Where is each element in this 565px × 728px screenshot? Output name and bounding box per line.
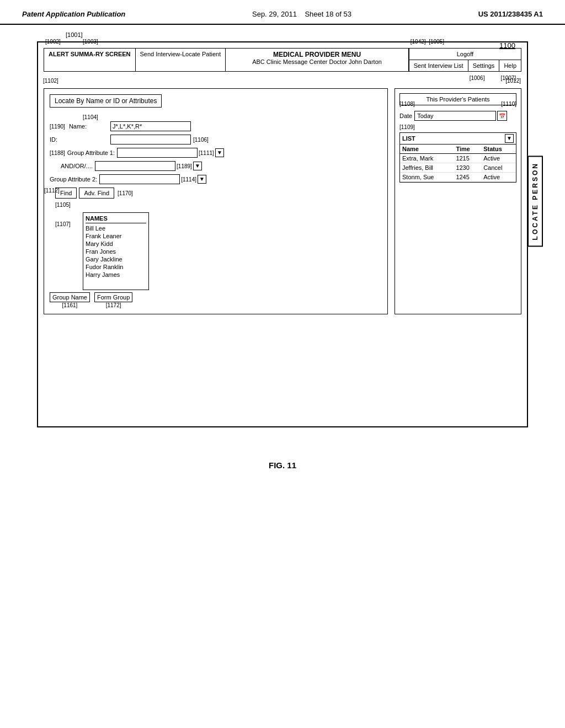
group-attr2-dropdown[interactable]: ▼ <box>198 175 206 184</box>
settings-button[interactable]: Settings [1006] <box>468 60 500 71</box>
list-header: LIST ▼ <box>400 133 516 144</box>
date-label: Date <box>399 113 412 119</box>
help-label: Help <box>504 62 516 69</box>
content-panels: [1102] Locate By Name or ID or Attribute… <box>44 88 521 314</box>
row3-status: Active <box>481 173 516 182</box>
group-name-label: Group Name <box>50 292 90 302</box>
menu-bar: [1002] [1003] ALERT SUMMA-RY SCREEN Send… <box>44 48 521 72</box>
andor-label: AND/OR/.... <box>61 163 93 169</box>
header-patent-number: US 2011/238435 A1 <box>478 10 543 18</box>
name-item-7[interactable]: Harry James <box>86 271 146 279</box>
ref-1042: [1042] [1005] <box>411 39 444 45</box>
table-row[interactable]: Stonm, Sue 1245 Active <box>400 173 516 182</box>
row3-name: Stonm, Sue <box>400 173 454 182</box>
main-content: 1100 [1001] [1002] [1003] ALERT SUMMA-RY… <box>0 25 565 497</box>
settings-label: Settings <box>473 62 495 69</box>
row2-name: Jeffries, Bill <box>400 163 454 173</box>
ref-1110: [1110] <box>501 101 516 107</box>
ref-1002: [1002] <box>45 39 61 45</box>
names-dropdown: NAMES Bill Lee Frank Leaner Mary Kidd Fr… <box>83 212 149 290</box>
name-item-4[interactable]: Fran Jones <box>86 248 146 255</box>
header-center: Sep. 29, 2011 Sheet 18 of 53 <box>252 10 351 18</box>
names-dropdown-container: [1107] NAMES Bill Lee Frank Leaner Mary … <box>83 210 149 290</box>
header-date: Sep. 29, 2011 <box>252 10 297 18</box>
ref-1188: [1188] <box>50 150 65 156</box>
name-item-1[interactable]: Bill Lee <box>86 224 146 232</box>
name-item-5[interactable]: Gary Jackline <box>86 255 146 263</box>
group-name-row: Group Name [1161] Form Group [1172] <box>50 292 382 308</box>
find-buttons-row: [1112] Find Adv. Find [1170] <box>55 188 382 199</box>
id-input[interactable] <box>110 135 191 144</box>
ref-1105: [1105] <box>55 202 382 208</box>
table-row[interactable]: Jeffries, Bill 1230 Cancel <box>400 163 516 173</box>
ref-1104: [1104] <box>83 114 382 120</box>
send-interview-button[interactable]: Send Interview-Locate Patient <box>136 49 226 71</box>
medical-provider-menu[interactable]: MEDICAL PROVIDER MENU ABC Clinic Message… <box>226 49 408 71</box>
send-label: Send Interview-Locate Patient <box>140 51 221 57</box>
id-field-label: ID: <box>50 136 110 143</box>
left-panel: [1102] Locate By Name or ID or Attribute… <box>44 88 388 314</box>
ref-1114: [1114] <box>181 176 196 183</box>
ref-1006: [1006] <box>470 75 485 81</box>
group-attr1-dropdown[interactable]: ▼ <box>215 148 224 157</box>
patient-list: LIST ▼ Name Time Status <box>399 132 516 183</box>
row1-time: 1215 <box>454 154 481 163</box>
andor-row: AND/OR/.... [1189] ▼ <box>61 161 382 171</box>
group-attr2-input[interactable] <box>99 174 180 184</box>
group-attr2-row: Group Attribute 2: [1114] ▼ <box>50 174 382 184</box>
logoff-label: Logoff <box>457 51 473 57</box>
header-sheet: Sheet 18 of 53 <box>305 10 351 18</box>
sent-interview-list-label: Sent Interview List <box>414 62 463 69</box>
ref-1109: [1109] <box>399 124 516 130</box>
alert-summary-button[interactable]: ALERT SUMMA-RY SCREEN <box>44 49 136 71</box>
id-row: ID: [1106] <box>50 135 382 144</box>
ref-1111: [1111] <box>199 150 214 156</box>
name-input[interactable] <box>110 121 191 131</box>
group-attr1-input[interactable] <box>117 148 198 158</box>
group-attr1-label: Group Attribute 1: <box>67 149 115 156</box>
diagram-box: [1001] [1002] [1003] ALERT SUMMA-RY SCRE… <box>37 41 528 427</box>
ref-1003: [1003] <box>83 39 98 45</box>
name-field-label: [1190] Name: <box>50 123 110 130</box>
locate-person-label: LOCATE PERSON <box>527 156 543 247</box>
col-time-header: Time <box>454 144 481 154</box>
group-attr2-label: Group Attribute 2: <box>50 176 97 183</box>
name-item-3[interactable]: Mary Kidd <box>86 240 146 248</box>
ref-1189: [1189] <box>177 163 192 169</box>
ref-1001: [1001] <box>66 31 83 38</box>
andor-input[interactable] <box>95 161 175 171</box>
locate-person-vertical: LOCATE PERSON <box>527 89 543 314</box>
list-title: LIST <box>402 135 504 142</box>
name-item-6[interactable]: Fudor Ranklin <box>86 263 146 271</box>
sent-interview-list-button[interactable]: Sent Interview List <box>409 60 468 71</box>
provider-patients-title: This Provider's Patients <box>399 93 516 105</box>
col-status-header: Status <box>481 144 516 154</box>
andor-dropdown[interactable]: ▼ <box>193 162 202 170</box>
names-header: NAMES <box>86 215 146 223</box>
name-item-2[interactable]: Frank Leaner <box>86 232 146 240</box>
row1-status: Active <box>481 154 516 163</box>
logoff-button[interactable]: Logoff <box>409 49 521 60</box>
form-group-label: Form Group <box>94 292 132 302</box>
figure-caption: FIG. 11 <box>22 461 543 486</box>
ref-1190: [1190] <box>50 124 65 130</box>
patient-table: Name Time Status Extra, Mark 1215 Active <box>400 144 516 182</box>
center-sub: ABC Clinic Message Center Doctor John Da… <box>230 58 403 65</box>
alert-label: ALERT SUMMA-RY SCREEN <box>49 51 131 57</box>
adv-find-button[interactable]: Adv. Find <box>79 188 114 199</box>
row2-status: Cancel <box>481 163 516 173</box>
ref-1170: [1170] <box>118 190 133 196</box>
col-name-header: Name <box>400 144 454 154</box>
center-label: MEDICAL PROVIDER MENU <box>230 51 403 58</box>
date-input[interactable] <box>414 111 496 121</box>
row1-name: Extra, Mark <box>400 154 454 163</box>
table-row[interactable]: Extra, Mark 1215 Active <box>400 154 516 163</box>
calendar-icon[interactable]: 📅 <box>497 111 507 121</box>
row3-time: 1245 <box>454 173 481 182</box>
date-row: [1108] [1110] Date 📅 <box>399 111 516 121</box>
help-button[interactable]: Help [1007] <box>499 60 521 71</box>
page-header: Patent Application Publication Sep. 29, … <box>0 0 565 25</box>
list-dropdown[interactable]: ▼ <box>505 134 514 143</box>
ref-1107: [1107] <box>55 221 71 227</box>
ref-1102: [1102] <box>43 78 58 84</box>
